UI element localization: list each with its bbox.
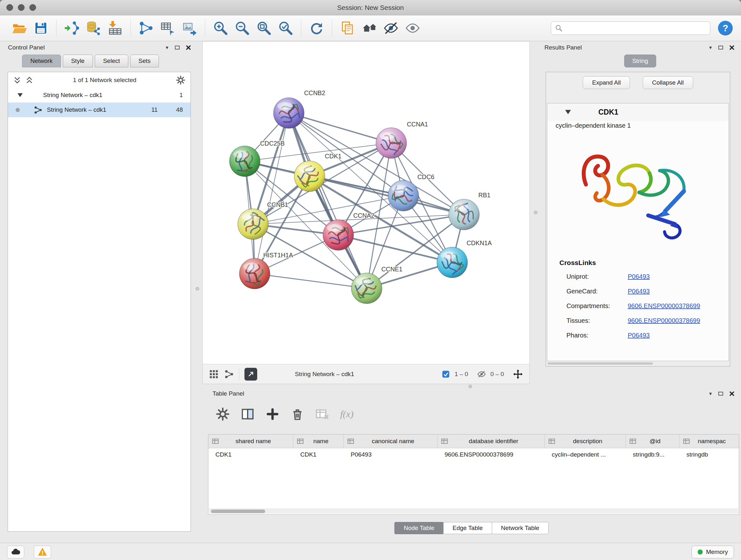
tab-select[interactable]: Select (95, 55, 128, 67)
graph-node-CCNA2[interactable] (323, 220, 354, 250)
help-button[interactable]: ? (718, 21, 733, 36)
zoom-fit-button[interactable] (255, 18, 273, 38)
network-row[interactable]: String Network – cdk1 11 48 (8, 103, 191, 117)
graph-node-RB1[interactable] (449, 199, 479, 230)
table-cell[interactable]: CDK1 (208, 451, 293, 458)
column-header-namespac[interactable]: namespac (679, 435, 739, 448)
detach-view-button[interactable] (245, 368, 257, 381)
results-scrollbar[interactable] (548, 362, 653, 365)
graph-node-CDC25B[interactable] (229, 146, 260, 177)
import-network-button[interactable] (63, 18, 81, 38)
crosslink-value-link[interactable]: P06493 (628, 332, 650, 339)
graph-edge-CCNB2-CCNA1[interactable] (289, 113, 391, 143)
table-panel-collapse-icon[interactable]: ▼ (709, 391, 713, 396)
table-cell[interactable]: stringdb:9... (626, 451, 679, 458)
column-header-name[interactable]: name (293, 435, 344, 448)
new-table-from-network-button[interactable] (158, 18, 177, 38)
grid-view-icon[interactable] (209, 369, 219, 379)
apply-preferred-layout-button[interactable] (307, 18, 326, 38)
table-panel-close-icon[interactable]: × (729, 390, 735, 397)
save-session-button[interactable] (31, 18, 50, 38)
cloud-status-button[interactable] (7, 546, 24, 558)
expand-all-icon[interactable] (25, 76, 33, 84)
export-image-button[interactable] (180, 18, 199, 38)
zoom-out-button[interactable] (233, 18, 252, 38)
protein-section-header[interactable]: CDK1 (547, 104, 729, 121)
string-home-button[interactable] (360, 18, 379, 38)
search-box[interactable] (551, 21, 711, 35)
graph-node-CCNB1[interactable] (238, 209, 268, 240)
splitter-handle[interactable] (468, 385, 472, 388)
tab-node-table[interactable]: Node Table (394, 522, 444, 534)
column-header-description[interactable]: description (545, 435, 626, 448)
graph-node-CDC6[interactable] (388, 180, 419, 211)
crosslink-value-link[interactable]: 9606.ENSP00000378699 (628, 317, 700, 324)
table-panel-float-icon[interactable] (718, 392, 723, 395)
warnings-button[interactable] (34, 546, 51, 558)
table-hscrollbar[interactable] (211, 509, 265, 513)
import-table-button[interactable] (106, 18, 125, 38)
tab-network[interactable]: Network (22, 55, 61, 67)
column-header-id[interactable]: @id (626, 435, 679, 448)
table-cell[interactable]: 9606.ENSP00000378699 (437, 451, 545, 458)
zoom-in-button[interactable] (211, 18, 230, 38)
expand-all-button[interactable]: Expand All (583, 76, 630, 89)
create-column-icon[interactable] (266, 407, 280, 421)
graph-edge-CCNB2-CCNE1[interactable] (289, 113, 367, 288)
network-canvas[interactable]: CCNB2CCNA1CDC25BCDK1CDC6RB1CCNB1CCNA2CDK… (203, 42, 529, 364)
results-panel-close-icon[interactable]: × (729, 44, 735, 51)
network-options-gear-icon[interactable] (176, 75, 185, 85)
hide-glass-effect-button[interactable] (382, 18, 400, 38)
graph-edge-CCNB2-HIST1H1A[interactable] (255, 113, 289, 273)
graph-node-CCNA1[interactable] (376, 128, 407, 159)
memory-button[interactable]: Memory (691, 546, 734, 558)
crosslink-value-link[interactable]: P06493 (628, 288, 650, 295)
results-panel-float-icon[interactable] (718, 46, 723, 50)
tab-edge-table[interactable]: Edge Table (443, 522, 492, 534)
import-network-from-database-button[interactable] (84, 18, 103, 38)
network-collection-row[interactable]: String Network – cdk1 1 (8, 88, 191, 103)
graph-node-HIST1H1A[interactable] (239, 258, 270, 289)
collapse-all-button[interactable]: Collapse All (643, 76, 693, 89)
splitter-handle[interactable] (534, 211, 537, 214)
hidden-edges-eye-icon[interactable] (477, 370, 486, 379)
zoom-selected-button[interactable] (276, 18, 295, 38)
table-cell[interactable]: P06493 (344, 451, 437, 458)
column-header-canonical-name[interactable]: canonical name (344, 435, 437, 448)
tab-style[interactable]: Style (63, 55, 93, 67)
graph-node-CDKN1A[interactable] (437, 247, 468, 278)
open-session-button[interactable] (10, 18, 28, 38)
graph-edge-HIST1H1A-CCNE1[interactable] (255, 273, 367, 288)
duplicate-network-button[interactable] (338, 18, 357, 38)
graph-node-CCNB2[interactable] (273, 98, 304, 128)
search-input[interactable] (565, 24, 706, 32)
tab-network-table[interactable]: Network Table (492, 522, 549, 534)
tab-string[interactable]: String (624, 55, 656, 67)
table-row[interactable]: CDK1CDK1P064939606.ENSP00000378699cyclin… (208, 448, 739, 461)
network-overview-icon[interactable] (224, 369, 234, 379)
graph-node-CCNE1[interactable] (351, 273, 382, 304)
delete-column-icon[interactable] (290, 407, 305, 421)
new-network-button[interactable] (137, 18, 155, 38)
section-disclosure-icon[interactable] (565, 110, 571, 114)
table-options-gear-icon[interactable] (216, 407, 230, 421)
control-panel-close-icon[interactable]: × (185, 44, 191, 51)
show-glass-effect-button[interactable] (403, 18, 422, 38)
splitter-handle[interactable] (196, 287, 199, 291)
crosslink-value-link[interactable]: 9606.ENSP00000378699 (628, 302, 700, 310)
results-panel-collapse-icon[interactable]: ▼ (709, 45, 713, 50)
table-cell[interactable]: stringdb (679, 451, 739, 458)
selected-nodes-checkbox-icon[interactable] (442, 370, 450, 378)
column-header-database-identifier[interactable]: database identifier (437, 435, 545, 448)
show-columns-icon[interactable] (241, 407, 255, 421)
collection-disclosure-icon[interactable] (17, 93, 23, 97)
control-panel-float-icon[interactable] (175, 46, 180, 50)
table-cell[interactable]: cyclin–dependent ... (545, 451, 626, 458)
tab-sets[interactable]: Sets (130, 55, 159, 67)
crosslink-value-link[interactable]: P06493 (628, 273, 650, 280)
graph-node-CDK1[interactable] (294, 161, 325, 192)
table-cell[interactable]: CDK1 (293, 451, 344, 458)
control-panel-collapse-icon[interactable]: ▼ (165, 45, 170, 50)
column-header-shared-name[interactable]: shared name (208, 435, 293, 448)
pan-move-icon[interactable] (513, 369, 523, 379)
